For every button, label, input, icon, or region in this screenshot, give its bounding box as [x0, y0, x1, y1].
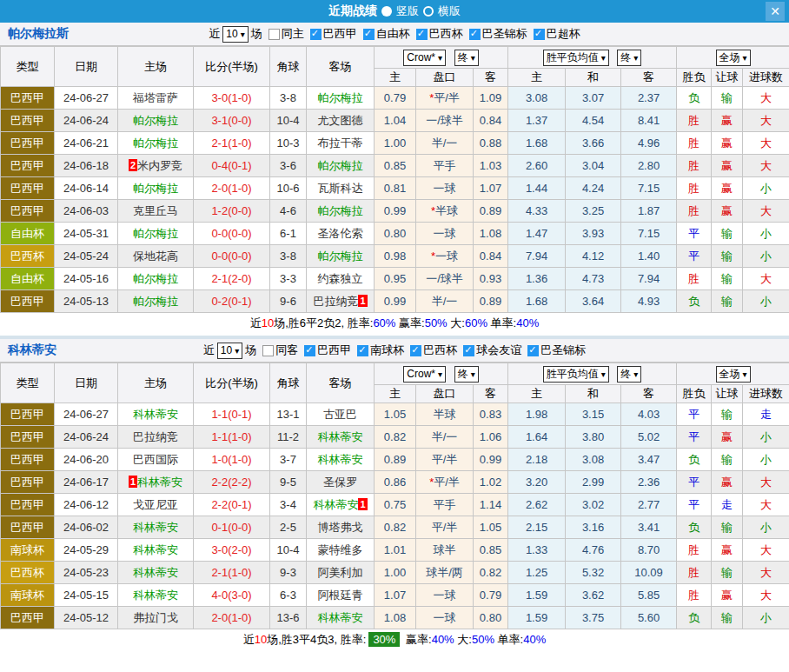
avg-home-odds: 1.68	[508, 290, 566, 313]
away-odds: 0.93	[474, 268, 508, 290]
league-checkbox-2[interactable]	[410, 345, 421, 356]
summary-part: 10	[255, 633, 267, 646]
company-select[interactable]: Crow*	[403, 50, 446, 66]
col-odds-home: 主	[375, 69, 416, 87]
home-team-name: 科林蒂安	[133, 543, 178, 556]
league-checkbox-1[interactable]	[363, 29, 375, 40]
avg-home-odds: 1.44	[508, 177, 566, 200]
handicap-text: 球半	[434, 543, 456, 556]
avg-select[interactable]: 胜平负均值	[543, 366, 609, 383]
handicap-line: 平手	[416, 155, 474, 177]
match-date: 24-05-12	[55, 607, 118, 629]
result-cell: 负	[677, 290, 712, 313]
result-cell: 胜	[677, 177, 712, 200]
league-checkbox-3[interactable]	[463, 345, 474, 356]
match-row: 巴西甲24-06-21帕尔梅拉2-1(1-0)10-3布拉干蒂1.00半/一0.…	[1, 132, 789, 155]
home-odds: 0.82	[375, 426, 416, 449]
handicap-text: 一/球半	[426, 114, 463, 127]
match-score: 2-2(2-2)	[194, 471, 270, 494]
final-odds-select[interactable]: 终	[454, 366, 479, 383]
chevron-down-icon	[743, 367, 747, 382]
away-team-name: 帕尔梅拉	[318, 159, 363, 172]
away-team-cell: 布拉干蒂	[307, 132, 375, 155]
match-row: 巴西甲24-06-14帕尔梅拉2-0(1-0)10-6瓦斯科达0.81一球1.0…	[1, 177, 789, 200]
match-score: 2-1(1-0)	[194, 562, 270, 584]
league-type-cell: 巴西甲	[1, 516, 55, 539]
handicap-text: 平手	[434, 159, 456, 172]
company-select[interactable]: Crow*	[403, 366, 446, 383]
games-count-select[interactable]: 10	[222, 26, 248, 43]
team-section-palmeiras: 帕尔梅拉斯 近10场同主巴西甲自由杯巴西杯巴圣锦标巴超杯 类型 日期 主场 比分…	[0, 23, 789, 334]
league-checkbox-3[interactable]	[469, 29, 481, 40]
league-label-3: 球会友谊	[476, 343, 521, 358]
handicap-result-cell: 赢	[712, 471, 743, 494]
final-avg-select[interactable]: 终	[617, 50, 641, 66]
home-odds: 0.98	[375, 245, 416, 268]
vertical-layout-radio[interactable]	[381, 6, 392, 17]
match-row: 巴西甲24-06-171科林蒂安2-2(2-2)9-5圣保罗0.86*平/半1.…	[1, 471, 789, 494]
away-odds: 0.84	[474, 110, 508, 132]
col-type: 类型	[1, 47, 55, 87]
col-avg-home: 主	[508, 385, 566, 403]
home-team-cell: 保地花高	[118, 245, 194, 268]
result-cell: 负	[677, 516, 712, 539]
match-score: 3-1(0-0)	[194, 110, 270, 132]
result-cell: 平	[677, 471, 712, 494]
home-odds: 1.07	[375, 584, 416, 607]
league-label-1: 自由杯	[376, 26, 410, 42]
scope-select[interactable]: 全场	[716, 50, 751, 66]
summary-part: 40%	[516, 316, 539, 329]
league-label-3: 巴圣锦标	[482, 26, 527, 42]
handicap-line: 一球	[416, 177, 474, 200]
col-corner: 角球	[270, 363, 307, 403]
match-date: 24-05-24	[55, 245, 118, 268]
match-row: 巴西甲24-06-182米内罗竞0-4(0-1)3-6帕尔梅拉0.85平手1.0…	[1, 155, 789, 177]
scope-select[interactable]: 全场	[716, 366, 751, 383]
away-odds: 0.88	[474, 132, 508, 155]
home-odds: 1.04	[375, 110, 416, 132]
handicap-result-cell: 输	[712, 223, 743, 245]
chevron-down-icon	[633, 367, 638, 382]
match-date: 24-06-20	[55, 449, 118, 471]
league-checkbox-4[interactable]	[527, 345, 539, 356]
home-odds: 0.79	[375, 87, 416, 110]
league-checkbox-0[interactable]	[310, 29, 322, 40]
handicap-line: 一球	[416, 607, 474, 629]
goals-result-cell: 小	[743, 245, 789, 268]
same-venue-checkbox[interactable]	[269, 29, 280, 40]
games-count-value: 10	[226, 28, 237, 40]
games-count-select[interactable]: 10	[217, 343, 242, 359]
result-cell: 平	[677, 245, 712, 268]
league-type-cell: 巴西甲	[1, 177, 55, 200]
avg-away-odds: 1.40	[621, 245, 677, 268]
games-count-value: 10	[221, 344, 232, 356]
close-icon[interactable]	[766, 2, 785, 21]
match-row: 巴西甲24-06-27科林蒂安1-1(0-1)13-1古亚巴1.05半球0.83…	[1, 403, 789, 426]
league-checkbox-0[interactable]	[304, 345, 315, 356]
same-venue-checkbox[interactable]	[262, 345, 274, 356]
away-odds: 1.08	[474, 223, 508, 245]
corner-count: 10-4	[270, 539, 307, 562]
chevron-down-icon	[601, 367, 606, 382]
horizontal-layout-radio[interactable]	[423, 6, 434, 17]
match-row: 巴西甲24-06-27福塔雷萨3-0(1-0)3-8帕尔梅拉0.79*平/半1.…	[1, 87, 789, 110]
away-team-cell: 蒙特维多	[307, 539, 375, 562]
avg-away-odds: 4.93	[621, 290, 677, 313]
col-result: 胜负	[677, 385, 712, 403]
final-avg-select[interactable]: 终	[617, 366, 641, 383]
avg-select[interactable]: 胜平负均值	[543, 50, 609, 66]
away-team-name: 布拉干蒂	[318, 136, 363, 150]
avg-home-odds: 7.94	[508, 245, 566, 268]
away-team-cell: 科林蒂安	[307, 449, 375, 471]
league-checkbox-2[interactable]	[416, 29, 428, 40]
avg-home-odds: 2.15	[508, 516, 566, 539]
col-result: 胜负	[677, 69, 712, 87]
league-checkbox-1[interactable]	[357, 345, 368, 356]
final-odds-select[interactable]: 终	[454, 50, 479, 66]
league-checkbox-4[interactable]	[534, 29, 545, 40]
league-type-cell: 巴西甲	[1, 87, 55, 110]
handicap-line: 半/一	[416, 290, 474, 313]
col-score: 比分(半场)	[194, 363, 270, 403]
handicap-text: 平/半	[434, 476, 460, 489]
goals-result-cell: 大	[743, 562, 789, 584]
